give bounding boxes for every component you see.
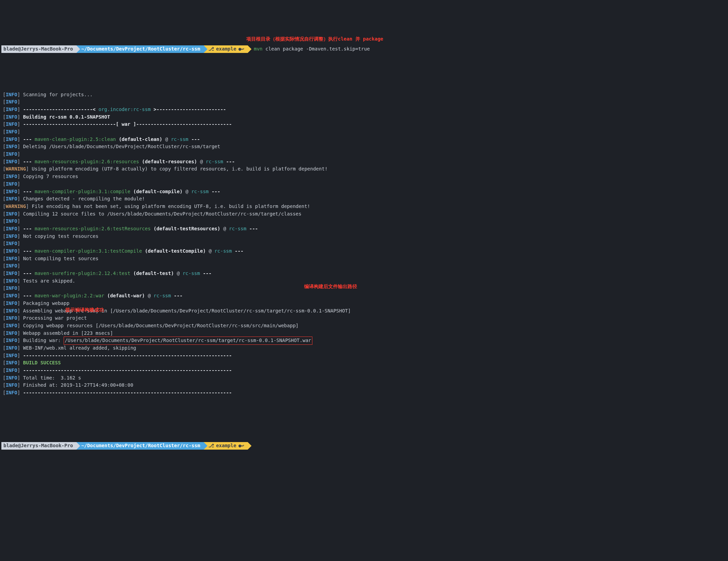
log-level: INFO [6,308,17,314]
log-line: [INFO] Total time: 3.162 s [1,374,728,382]
log-level: INFO [6,375,17,381]
log-line: [INFO] [1,151,728,158]
log-line: [INFO] ------------------------< org.inc… [1,106,728,113]
log-line: [INFO] ---------------------------------… [1,389,728,397]
log-level: INFO [6,338,17,343]
log-level: INFO [6,323,17,328]
git-dirty-icon: ●↩ [238,45,244,53]
log-line: [INFO] ---------------------------------… [1,352,728,360]
log-line: [INFO] Packaging webapp [1,300,728,307]
log-line: [INFO] --- maven-compiler-plugin:3.1:tes… [1,248,728,255]
log-level: INFO [6,196,17,201]
command-args: clean package -Dmaven.test.skip=true [263,45,370,53]
log-line: [WARNING] Using platform encoding (UTF-8… [1,165,728,173]
log-line: [INFO] --- maven-clean-plugin:2.5:clean … [1,136,728,143]
log-level: INFO [6,233,17,239]
log-level: INFO [6,114,17,120]
path-text: ~/Documents/DevProject/RootCluster/rc-ss… [81,45,200,53]
log-line: [INFO] [1,262,728,270]
prompt-branch: ⎇example●↩ [204,45,248,53]
log-line: [INFO] --- maven-resources-plugin:2.6:te… [1,225,728,233]
log-line: [INFO] Copying 7 resources [1,173,728,180]
prompt-path: ~/Documents/DevProject/RootCluster/rc-ss… [76,45,204,53]
log-level: INFO [6,241,17,246]
log-level: INFO [6,211,17,217]
log-level: INFO [6,256,17,261]
git-branch-icon: ⎇ [208,45,214,53]
log-level: INFO [6,99,17,104]
log-level: INFO [6,353,17,358]
log-line: [INFO] Changes detected - recompiling th… [1,195,728,203]
git-dirty-icon: ●↩ [238,442,244,450]
log-level: INFO [6,293,17,298]
annotation-output-path: 编译构建后文件输出路径 [304,283,357,290]
log-line: [INFO] BUILD SUCCESS [1,359,728,367]
log-line: [INFO] [1,218,728,225]
log-line: [INFO] Deleting /Users/blade/Documents/D… [1,143,728,151]
build-output: [INFO] Scanning for projects...[INFO] [I… [1,91,728,397]
log-line: [INFO] Processing war project [1,315,728,322]
log-line: [INFO] Tests are skipped. [1,277,728,285]
log-line: [INFO] --------------------------------[… [1,121,728,128]
log-level: INFO [6,144,17,149]
log-level: INFO [6,107,17,112]
log-level: INFO [6,189,17,194]
log-level: INFO [6,92,17,97]
log-level: INFO [6,226,17,231]
log-line: [INFO] Building rc-ssm 0.0.1-SNAPSHOT [1,113,728,121]
log-level: INFO [6,121,17,127]
prompt-bar-bottom: blade@Jerrys-MacBook-Pro ~/Documents/Dev… [1,442,728,450]
log-level: INFO [6,129,17,134]
log-level: INFO [6,181,17,187]
log-line: [INFO] Not copying test resources [1,233,728,240]
prompt-branch: ⎇example●↩ [204,442,248,450]
log-level: INFO [6,360,17,365]
command-name: mvn [254,45,263,53]
log-line: [INFO] [1,240,728,248]
log-line: [INFO] ---------------------------------… [1,367,728,374]
host-text: blade@Jerrys-MacBook-Pro [3,45,73,53]
prompt-host: blade@Jerrys-MacBook-Pro [1,45,76,53]
log-line: [INFO] Finished at: 2019-11-27T14:49:00+… [1,382,728,389]
branch-text: example [216,45,236,53]
log-line: [INFO] Compiling 12 source files to /Use… [1,210,728,218]
log-level: INFO [6,330,17,336]
log-line: [INFO] Building war: /Users/blade/Docume… [1,337,728,344]
log-line: [INFO] WEB-INF/web.xml already added, sk… [1,344,728,352]
log-line: [INFO] [1,180,728,188]
log-level: INFO [6,136,17,142]
terminal[interactable]: blade@Jerrys-MacBook-Pro ~/Documents/Dev… [0,22,728,465]
log-level: INFO [6,271,17,276]
log-level: WARNING [6,166,26,172]
command-input[interactable]: mvn clean package -Dmaven.test.skip=true [248,45,370,53]
log-level: INFO [6,300,17,306]
log-level: INFO [6,174,17,179]
log-line: [INFO] --- maven-war-plugin:2.2:war (def… [1,292,728,300]
log-level: INFO [6,159,17,164]
log-level: INFO [6,345,17,351]
log-line: [INFO] Copying webapp resources [/Users/… [1,322,728,330]
log-line: [INFO] Not compiling test sources [1,255,728,263]
log-line: [INFO] --- maven-resources-plugin:2.6:re… [1,158,728,166]
log-level: INFO [6,151,17,157]
log-line: [INFO] [1,98,728,106]
log-line: [INFO] Scanning for projects... [1,91,728,99]
prompt-bar-top: blade@Jerrys-MacBook-Pro ~/Documents/Dev… [1,45,728,53]
log-level: WARNING [6,204,26,209]
prompt-path: ~/Documents/DevProject/RootCluster/rc-ss… [76,442,204,450]
annotation-build-success: 提示编译构建成功 [65,306,104,314]
prompt-host: blade@Jerrys-MacBook-Pro [1,442,76,450]
log-level: INFO [6,278,17,284]
annotation-root-dir: 项目根目录（根据实际情况自行调整）执行clean 并 package [246,35,383,43]
log-level: INFO [6,218,17,224]
log-line: [INFO] [1,285,728,292]
log-line: [INFO] Assembling webapp [rc-ssm] in [/U… [1,307,728,315]
log-level: INFO [6,248,17,254]
log-line: [INFO] --- maven-surefire-plugin:2.12.4:… [1,270,728,277]
log-line: [INFO] --- maven-compiler-plugin:3.1:com… [1,188,728,196]
log-level: INFO [6,263,17,268]
log-level: INFO [6,367,17,373]
log-line: [INFO] [1,128,728,136]
log-level: INFO [6,315,17,321]
git-branch-icon: ⎇ [208,442,214,450]
